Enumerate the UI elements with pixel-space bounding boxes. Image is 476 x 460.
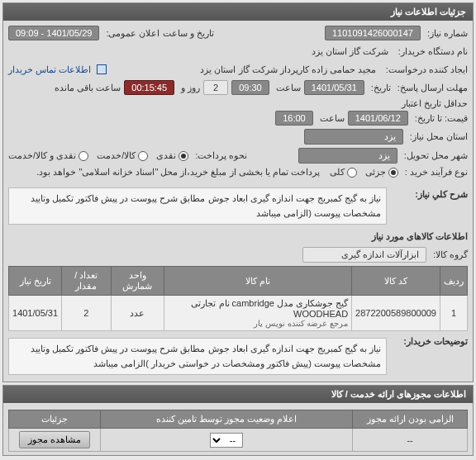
- need-no-value: 1101091426000147: [325, 26, 421, 40]
- from-date-label: تاریخ:: [371, 83, 391, 93]
- pay-method-label: نحوه پرداخت:: [195, 150, 247, 161]
- goods-table-header-row: ردیف کد کالا نام کالا واحد شمارش تعداد /…: [9, 267, 468, 296]
- permits-table: الزامی بودن ارائه مجوز اعلام وضعیت مجوز …: [8, 410, 468, 452]
- announce-date-label: تاریخ و ساعت اعلان عمومی:: [106, 28, 213, 39]
- need-city-label: استان محل نیاز:: [410, 131, 468, 142]
- need-desc-value: نیاز به گیج کمبریج جهت اندازه گیری ابعاد…: [8, 187, 387, 225]
- cell-date: 1401/05/31: [9, 296, 62, 331]
- row-need-no: شماره نیاز: 1101091426000147 تاریخ و ساع…: [8, 24, 468, 42]
- th-name: نام کالا: [164, 267, 351, 296]
- permits-panel: اطلاعات مجوزهای ارائه خدمت / کالا الزامی…: [2, 385, 474, 456]
- cell-qty: 2: [62, 296, 112, 331]
- delivery-city-label: شهر محل تحویل:: [404, 150, 468, 161]
- th-idx: ردیف: [440, 267, 468, 296]
- cell-name: گیج جوشکاری مدل cambridge نام تجارتی WOO…: [164, 296, 351, 331]
- deadline-days-value: 2: [203, 80, 228, 95]
- goods-table: ردیف کد کالا نام کالا واحد شمارش تعداد /…: [8, 266, 468, 331]
- view-permit-button[interactable]: مشاهده مجوز: [19, 431, 90, 448]
- row-request-creator: ایجاد کننده درخواست: مجید حمامی زاده کار…: [8, 60, 468, 78]
- perm-th-details: جزئیات: [9, 410, 101, 429]
- validity-time-value: 16:00: [275, 111, 313, 126]
- buy-note: پرداخت تمام یا بخشی از مبلغ خرید،از محل …: [36, 167, 320, 178]
- panel-header: جزئیات اطلاعات نیاز: [3, 3, 473, 21]
- cell-unit: عدد: [111, 296, 164, 331]
- pay-method-group: نقدی کالا/خدمت نقدی و کالا/خدمت: [8, 150, 188, 161]
- radio-dot-icon: [388, 168, 398, 178]
- th-qty: تعداد / مقدار: [62, 267, 112, 296]
- row-need-desc: شرح کلي نیاز: نیاز به گیج کمبریج جهت اند…: [8, 184, 468, 228]
- need-no-label: شماره نیاز:: [427, 28, 468, 39]
- table-row: 1 2872200589800009 گیج جوشکاری مدل cambr…: [9, 296, 468, 331]
- buy-process-label: نوع فرآیند خرید :: [405, 167, 468, 178]
- buy-process-group: جزئی کلی: [330, 167, 398, 178]
- buyer-contact-link[interactable]: اطلاعات تماس خریدار: [8, 64, 91, 75]
- row-validity-2: قیمت: تا تاریخ: 1401/06/12 ساعت 16:00: [8, 109, 468, 127]
- remaining-time-value: 00:15:45: [124, 80, 174, 95]
- radio-dot-icon: [347, 168, 357, 178]
- request-creator-label: ایجاد کننده درخواست:: [386, 64, 468, 75]
- announce-date-value: 1401/05/29 - 09:09: [8, 26, 99, 40]
- buyer-device-value: شرکت گاز استان یزد: [308, 44, 392, 59]
- validity-label-1: حداقل تاریخ اعتبار: [402, 98, 468, 109]
- request-creator-value: مجید حمامی زاده کارپرداز شرکت گاز استان …: [197, 62, 378, 77]
- validity-date-value: 1401/06/12: [348, 111, 408, 126]
- perm-status-cell: --: [101, 429, 353, 452]
- need-city-value: یزد: [304, 129, 403, 145]
- cell-name-main: گیج جوشکاری مدل cambridge نام تجارتی WOO…: [168, 298, 348, 319]
- need-desc-title: شرح کلي نیاز:: [393, 186, 468, 203]
- row-need-city: استان محل نیاز: یزد: [8, 127, 468, 146]
- row-buy-process: نوع فرآیند خرید : جزئی کلی پرداخت تمام ی…: [8, 165, 468, 179]
- buyer-notes-value: نیاز به گیج کمبریج جهت اندازه گیری ابعاد…: [8, 338, 387, 375]
- panel-title: جزئیات اطلاعات نیاز: [391, 7, 466, 17]
- cell-code: 2872200589800009: [352, 296, 440, 331]
- pay-option-1[interactable]: کالا/خدمت: [97, 150, 148, 161]
- permits-panel-header: اطلاعات مجوزهای ارائه خدمت / کالا: [3, 386, 473, 403]
- radio-dot-icon: [138, 151, 148, 161]
- perm-th-mandatory: الزامی بودن ارائه مجوز: [353, 410, 468, 429]
- buyer-device-label: نام دستگاه خریدار:: [398, 46, 468, 57]
- pay-option-0[interactable]: نقدی: [156, 150, 188, 161]
- buy-option-0[interactable]: جزئی: [365, 167, 398, 178]
- row-goods-group: گروه کالا: ابزارآلات اندازه گیری: [8, 245, 468, 264]
- permits-header-row: الزامی بودن ارائه مجوز اعلام وضعیت مجوز …: [9, 410, 468, 429]
- panel-body: شماره نیاز: 1101091426000147 تاریخ و ساع…: [3, 21, 473, 382]
- contact-icon: [97, 64, 107, 74]
- permits-row: -- -- مشاهده مجوز: [9, 429, 468, 452]
- time-label-1: ساعت: [276, 83, 301, 93]
- need-details-panel: جزئیات اطلاعات نیاز شماره نیاز: 11010914…: [2, 2, 474, 382]
- radio-dot-icon: [178, 151, 188, 161]
- day-and-label: روز و: [181, 83, 200, 93]
- deadline-time-value: 09:30: [231, 80, 269, 95]
- th-unit: واحد شمارش: [111, 267, 164, 296]
- remaining-label: ساعت باقی مانده: [55, 83, 121, 93]
- deadline-date-value: 1401/05/31: [304, 80, 364, 95]
- cell-name-sub: مرجع عرضه کننده نویس یار: [168, 319, 348, 328]
- validity-label-2: قیمت: تا تاریخ:: [415, 113, 468, 124]
- row-delivery-city: شهر محل تحویل: یزد نحوه پرداخت: نقدی کال…: [8, 146, 468, 165]
- cell-idx: 1: [440, 296, 468, 331]
- radio-dot-icon: [79, 151, 88, 161]
- perm-details-cell: مشاهده مجوز: [9, 429, 101, 452]
- delivery-city-value: یزد: [298, 148, 397, 164]
- goods-section-title: اطلاعات کالاهای مورد نیاز: [8, 228, 468, 245]
- time-label-2: ساعت: [320, 113, 345, 124]
- th-code: کد کالا: [352, 267, 440, 296]
- row-buyer-notes: توضیحات خریدار: نیاز به گیج کمبریج جهت ا…: [8, 334, 468, 378]
- perm-th-status: اعلام وضعیت مجوز توسط تامین کننده: [101, 410, 353, 429]
- th-date: تاریخ نیاز: [9, 267, 62, 296]
- goods-group-label: گروه کالا:: [433, 249, 468, 260]
- perm-status-select[interactable]: --: [210, 433, 243, 448]
- deadline-label: مهلت ارسال پاسخ:: [397, 83, 468, 93]
- row-buyer-device: نام دستگاه خریدار: شرکت گاز استان یزد: [8, 42, 468, 60]
- buyer-notes-label: توضیحات خریدار:: [393, 336, 468, 347]
- perm-mandatory-cell: --: [353, 429, 468, 452]
- permits-panel-body: الزامی بودن ارائه مجوز اعلام وضعیت مجوز …: [3, 403, 473, 455]
- goods-group-value: ابزارآلات اندازه گیری: [302, 247, 426, 263]
- permits-panel-title: اطلاعات مجوزهای ارائه خدمت / کالا: [331, 389, 466, 399]
- buy-option-1[interactable]: کلی: [330, 167, 357, 178]
- row-deadline: مهلت ارسال پاسخ: تاریخ: 1401/05/31 ساعت …: [8, 78, 468, 97]
- pay-option-2[interactable]: نقدی و کالا/خدمت: [8, 150, 88, 161]
